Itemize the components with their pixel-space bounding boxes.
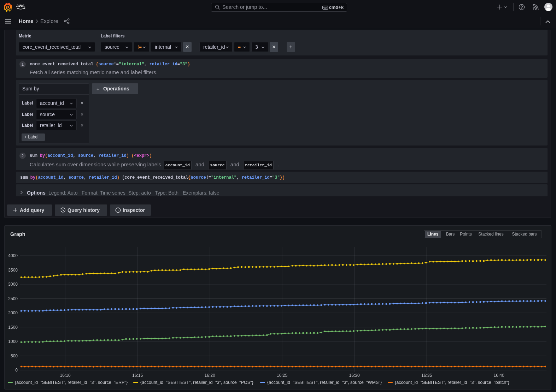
svg-text:aws: aws bbox=[16, 4, 25, 8]
